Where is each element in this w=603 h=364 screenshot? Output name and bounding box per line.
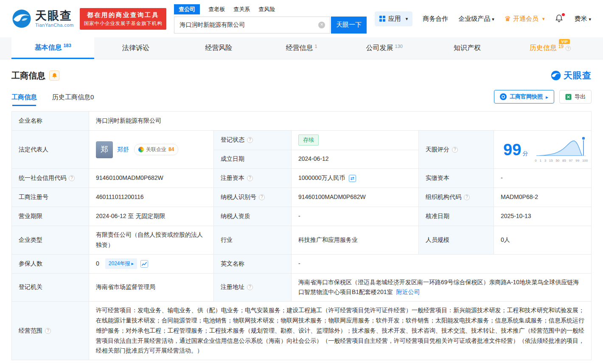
legal-rep-label: 法定代表人 xyxy=(12,131,89,168)
search-tab[interactable]: 查老板 xyxy=(208,6,225,13)
nav-tab-development[interactable]: 公司发展130 xyxy=(343,37,426,59)
label-text: 英文名称 xyxy=(221,259,244,269)
brand-domain: TianYanCha.com xyxy=(35,22,74,28)
reg-capital-label: 注册资本 xyxy=(213,169,291,188)
tianyancha-logo[interactable]: 天眼查 TianYanCha.com xyxy=(12,9,74,28)
excel-icon xyxy=(565,94,572,100)
info-icon[interactable] xyxy=(464,194,470,200)
user-menu[interactable]: 费米 xyxy=(574,15,591,23)
nav-tab-count: 1 xyxy=(314,44,317,49)
info-icon[interactable] xyxy=(247,175,253,181)
label-text: 组织机构代码 xyxy=(426,192,461,202)
vip-upgrade-link[interactable]: ♛ 开通会员 xyxy=(505,15,545,23)
info-icon[interactable] xyxy=(45,328,51,334)
nearby-companies-link[interactable]: 附近公司 xyxy=(396,288,420,295)
paid-capital-value: - xyxy=(494,169,591,188)
info-icon[interactable] xyxy=(247,284,253,290)
search-button[interactable]: 天眼一下 xyxy=(331,17,367,34)
mini-line-chart-icon xyxy=(142,262,147,266)
taxpayer-id-value: 91460100MADM0P682W xyxy=(291,188,418,207)
tianyancha-logo-icon xyxy=(12,9,31,28)
info-icon[interactable] xyxy=(452,147,458,153)
score-tick: 99 xyxy=(575,158,579,164)
company-name-text: 海口润时新能源有限公司 xyxy=(96,116,161,126)
reg-authority-text: 海南省市场监督管理局 xyxy=(96,282,155,292)
nav-tab-operation[interactable]: 经营信息1 xyxy=(260,37,343,59)
nav-tab-history[interactable]: 历史信息19VIP xyxy=(509,37,592,59)
table-row-company-name: 企业名称 海口润时新能源有限公司 xyxy=(12,112,591,130)
legal-rep-link[interactable]: 郑舒 xyxy=(117,145,129,155)
info-icon[interactable] xyxy=(566,46,571,51)
notifications-bell-icon[interactable] xyxy=(555,14,564,23)
info-icon[interactable] xyxy=(69,175,75,181)
info-icon[interactable] xyxy=(247,137,253,143)
table-row-credit-code: 统一社会信用代码 91460100MADM0P682W 注册资本 1000000… xyxy=(12,168,591,188)
business-scope-value: 许可经营项目：发电业务、输电业务、供（配）电业务；电气安装服务；建设工程施工（许… xyxy=(89,302,591,360)
enterprise-products-link[interactable]: 企业级产品 xyxy=(458,15,494,23)
page-title: 工商信息 xyxy=(11,70,45,81)
company-name-label: 企业名称 xyxy=(12,112,89,130)
search-tab[interactable]: 查风险 xyxy=(258,6,275,13)
reg-authority-label: 登记机关 xyxy=(12,274,89,302)
insured-value: 0 2024年报 xyxy=(89,255,213,273)
official-snapshot-button[interactable]: 工商官网快照 xyxy=(494,90,554,104)
company-type-label: 企业类型 xyxy=(12,226,89,254)
currency-converter-icon[interactable]: ⇄ xyxy=(349,175,356,182)
address-label: 注册地址 xyxy=(213,274,291,302)
legal-rep-value: 郑 郑舒 关联企业 84 xyxy=(89,131,213,168)
insured-label: 参保人数 xyxy=(12,255,89,273)
reg-number-value: 460111011200116 xyxy=(89,188,213,207)
tab-history-business-info[interactable]: 历史工商信息0 xyxy=(52,93,94,106)
nav-tab-lawsuit[interactable]: 法律诉讼 xyxy=(94,37,177,59)
nav-tab-basic[interactable]: 基本信息183 xyxy=(11,37,94,59)
label-text: 登记机关 xyxy=(19,282,42,292)
label-text: 天眼评分 xyxy=(426,145,449,155)
info-icon[interactable] xyxy=(259,194,265,200)
company-search-input[interactable] xyxy=(174,17,330,34)
label-text: 核准日期 xyxy=(426,211,449,221)
credit-code-label: 统一社会信用代码 xyxy=(12,169,89,188)
search-tab[interactable]: 查公司 xyxy=(174,4,200,14)
label-text: 登记状态 xyxy=(221,135,244,145)
nav-tab-count: 130 xyxy=(395,44,403,49)
score-unit: 分 xyxy=(522,151,528,156)
export-button[interactable]: 导出 xyxy=(559,90,592,104)
approval-date-value: 2025-10-13 xyxy=(494,207,591,226)
score-curve-svg xyxy=(535,135,588,157)
apps-menu-button[interactable]: 应用 xyxy=(375,11,413,26)
status-badge: 存续 xyxy=(298,134,319,146)
legal-rep-avatar[interactable]: 郑 xyxy=(96,141,113,158)
search-category-tabs: 查公司查老板查关系查风险 xyxy=(174,4,367,14)
label-text: 实缴资本 xyxy=(426,173,449,183)
address-value: 海南省海口市保税区（澄迈县老城经济开发区南一环路69号综合保税区）亲商路A-10… xyxy=(291,274,591,302)
search-tab[interactable]: 查关系 xyxy=(233,6,250,13)
insured-trend-chart-icon[interactable] xyxy=(140,260,148,268)
subscribe-bell-icon[interactable] xyxy=(49,70,59,81)
score-tick: 0 xyxy=(535,158,536,164)
cooperation-link[interactable]: 商务合作 xyxy=(423,15,448,23)
credit-code-value: 91460100MADM0P682W xyxy=(89,169,213,188)
clear-search-icon[interactable]: × xyxy=(318,22,325,28)
table-row-business-scope: 经营范围 许可经营项目：发电业务、输电业务、供（配）电业务；电气安装服务；建设工… xyxy=(12,301,591,360)
table-row-reg-number: 工商注册号 460111011200116 纳税人识别号 91460100MAD… xyxy=(12,188,591,207)
nav-tab-label: 公司发展 xyxy=(366,44,393,53)
tab-business-info[interactable]: 工商信息 xyxy=(11,93,37,106)
score-tick: 50 xyxy=(555,158,559,164)
nav-tab-label: 法律诉讼 xyxy=(122,44,149,53)
promo-banner: 都在用的商业查询工具 国家中小企业发展子基金旗下机构 xyxy=(80,8,167,30)
nav-tab-risk[interactable]: 经营风险 xyxy=(177,37,260,59)
reg-number-text: 460111011200116 xyxy=(96,192,144,202)
nav-tab-ip[interactable]: 知识产权 xyxy=(426,37,508,59)
related-companies-badge[interactable]: 关联企业 84 xyxy=(134,144,178,155)
annual-report-badge[interactable]: 2024年报 xyxy=(105,258,137,269)
taxpayer-quality-text: - xyxy=(298,211,300,221)
english-name-value: - xyxy=(291,255,591,273)
score-tick: 15 xyxy=(549,158,553,164)
establish-date-value: 2024-06-12 xyxy=(291,150,418,169)
reg-status-label: 登记状态 xyxy=(213,131,291,150)
business-term-value: 2024-06-12 至 无固定期限 xyxy=(89,207,213,226)
score-value-cell[interactable]: 99 分 0131550859799100 xyxy=(494,131,595,168)
search-area: 查公司查老板查关系查风险 × 天眼一下 xyxy=(174,4,367,34)
approval-date-label: 核准日期 xyxy=(418,207,494,226)
taxpayer-id-label: 纳税人识别号 xyxy=(213,188,291,207)
